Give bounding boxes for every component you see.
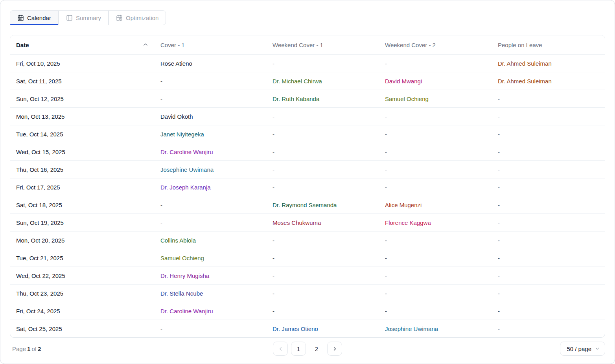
page-info-current: 1 bbox=[27, 346, 30, 352]
assignment-cell: Dr. Ahmed Suleiman bbox=[492, 78, 605, 85]
assignment-cell: - bbox=[492, 325, 605, 332]
table-row: Wed, Oct 15, 2025Dr. Caroline Wanjiru--- bbox=[10, 143, 605, 160]
assignment-cell: - bbox=[379, 255, 492, 261]
assignment-cell: Dr. Ruth Kabanda bbox=[267, 96, 379, 102]
sort-asc-icon bbox=[142, 42, 149, 48]
page-info-label: Page bbox=[12, 346, 26, 352]
assignment-cell: - bbox=[155, 219, 267, 226]
tab-label: Optimization bbox=[126, 15, 158, 21]
next-page-button[interactable] bbox=[327, 342, 342, 356]
page-number: 1 bbox=[297, 346, 300, 352]
chevron-right-icon bbox=[332, 346, 338, 352]
assignment-cell: - bbox=[379, 166, 492, 173]
column-label: Weekend Cover - 2 bbox=[385, 42, 436, 48]
tab-summary[interactable]: Summary bbox=[59, 10, 109, 25]
assignment-cell: - bbox=[492, 131, 605, 138]
assignment-cell: - bbox=[267, 60, 379, 67]
assignment-cell: - bbox=[492, 113, 605, 120]
table-row: Fri, Oct 24, 2025Dr. Caroline Wanjiru--- bbox=[10, 302, 605, 320]
assignment-cell: - bbox=[492, 255, 605, 261]
assignment-cell: - bbox=[379, 290, 492, 297]
assignment-cell: Samuel Ochieng bbox=[379, 96, 492, 102]
column-header-people-on-leave: People on Leave bbox=[492, 42, 605, 48]
table-row: Tue, Oct 14, 2025Janet Niyitegeka--- bbox=[10, 125, 605, 143]
optimization-icon bbox=[116, 15, 123, 21]
page-size-value: 50 / page bbox=[567, 346, 591, 352]
schedule-table: Date Cover - 1 Weekend Cover - 1 Weekend… bbox=[10, 35, 605, 338]
page-button-1[interactable]: 1 bbox=[291, 342, 306, 356]
app-window: Calendar Summary Optimizati bbox=[0, 0, 615, 364]
column-label: Date bbox=[16, 42, 29, 48]
assignment-cell: - bbox=[155, 96, 267, 102]
table-row: Mon, Oct 20, 2025Collins Abiola--- bbox=[10, 231, 605, 249]
table-row: Wed, Oct 22, 2025Dr. Henry Mugisha--- bbox=[10, 267, 605, 284]
assignment-cell: Dr. James Otieno bbox=[267, 325, 379, 332]
assignment-cell: - bbox=[267, 166, 379, 173]
assignment-cell: - bbox=[379, 131, 492, 138]
column-label: Cover - 1 bbox=[160, 42, 185, 48]
column-label: People on Leave bbox=[498, 42, 542, 48]
column-label: Weekend Cover - 1 bbox=[273, 42, 323, 48]
date-cell: Wed, Oct 22, 2025 bbox=[10, 272, 155, 279]
assignment-cell: David Okoth bbox=[155, 113, 267, 120]
previous-page-button[interactable] bbox=[273, 342, 288, 356]
assignment-cell: - bbox=[492, 96, 605, 102]
assignment-cell: Janet Niyitegeka bbox=[155, 131, 267, 138]
assignment-cell: - bbox=[379, 60, 492, 67]
assignment-cell: - bbox=[379, 272, 492, 279]
date-cell: Sat, Oct 11, 2025 bbox=[10, 78, 155, 85]
column-header-weekend-cover-2: Weekend Cover - 2 bbox=[379, 42, 492, 48]
assignment-cell: - bbox=[492, 166, 605, 173]
assignment-cell: Josephine Uwimana bbox=[155, 166, 267, 173]
assignment-cell: - bbox=[379, 149, 492, 155]
date-cell: Fri, Oct 24, 2025 bbox=[10, 308, 155, 314]
assignment-cell: Alice Mugenzi bbox=[379, 202, 492, 208]
table-row: Fri, Oct 10, 2025Rose Atieno--Dr. Ahmed … bbox=[10, 54, 605, 72]
assignment-cell: Dr. Michael Chirwa bbox=[267, 78, 379, 85]
assignment-cell: - bbox=[492, 219, 605, 226]
pagination-bar: Page1of2 1 2 50 / page bbox=[10, 342, 605, 356]
page-info: Page1of2 bbox=[12, 346, 42, 352]
table-row: Thu, Oct 23, 2025Dr. Stella Ncube--- bbox=[10, 284, 605, 302]
assignment-cell: - bbox=[267, 290, 379, 297]
assignment-cell: - bbox=[379, 113, 492, 120]
table-row: Mon, Oct 13, 2025David Okoth--- bbox=[10, 107, 605, 125]
assignment-cell: - bbox=[155, 202, 267, 208]
assignment-cell: - bbox=[267, 131, 379, 138]
date-cell: Sun, Oct 19, 2025 bbox=[10, 219, 155, 226]
assignment-cell: - bbox=[267, 255, 379, 261]
pager: 1 2 bbox=[273, 342, 342, 356]
assignment-cell: - bbox=[492, 149, 605, 155]
chevron-left-icon bbox=[278, 346, 284, 352]
page-button-2[interactable]: 2 bbox=[309, 342, 324, 356]
date-cell: Wed, Oct 15, 2025 bbox=[10, 149, 155, 155]
assignment-cell: - bbox=[267, 113, 379, 120]
table-row: Sun, Oct 12, 2025-Dr. Ruth KabandaSamuel… bbox=[10, 90, 605, 107]
assignment-cell: - bbox=[379, 308, 492, 314]
assignment-cell: - bbox=[379, 184, 492, 191]
assignment-cell: Dr. Henry Mugisha bbox=[155, 272, 267, 279]
page-size-select[interactable]: 50 / page bbox=[560, 342, 605, 356]
column-header-date[interactable]: Date bbox=[10, 42, 155, 48]
assignment-cell: Dr. Joseph Karanja bbox=[155, 184, 267, 191]
assignment-cell: Collins Abiola bbox=[155, 237, 267, 244]
date-cell: Tue, Oct 21, 2025 bbox=[10, 255, 155, 261]
table-row: Sat, Oct 18, 2025-Dr. Raymond SsemandaAl… bbox=[10, 196, 605, 213]
date-cell: Mon, Oct 20, 2025 bbox=[10, 237, 155, 244]
calendar-icon bbox=[17, 15, 24, 21]
assignment-cell: - bbox=[267, 149, 379, 155]
column-header-cover-1: Cover - 1 bbox=[155, 42, 267, 48]
date-cell: Sat, Oct 25, 2025 bbox=[10, 325, 155, 332]
table-row: Sat, Oct 25, 2025-Dr. James OtienoJoseph… bbox=[10, 320, 605, 337]
table-row: Sat, Oct 11, 2025-Dr. Michael ChirwaDavi… bbox=[10, 72, 605, 90]
assignment-cell: - bbox=[267, 308, 379, 314]
assignment-cell: - bbox=[492, 202, 605, 208]
date-cell: Thu, Oct 23, 2025 bbox=[10, 290, 155, 297]
page-info-of: of bbox=[31, 346, 37, 352]
assignment-cell: - bbox=[492, 184, 605, 191]
tab-label: Summary bbox=[76, 15, 101, 21]
assignment-cell: - bbox=[492, 308, 605, 314]
tab-optimization[interactable]: Optimization bbox=[109, 10, 166, 25]
tab-calendar[interactable]: Calendar bbox=[10, 10, 59, 25]
assignment-cell: Florence Kaggwa bbox=[379, 219, 492, 226]
